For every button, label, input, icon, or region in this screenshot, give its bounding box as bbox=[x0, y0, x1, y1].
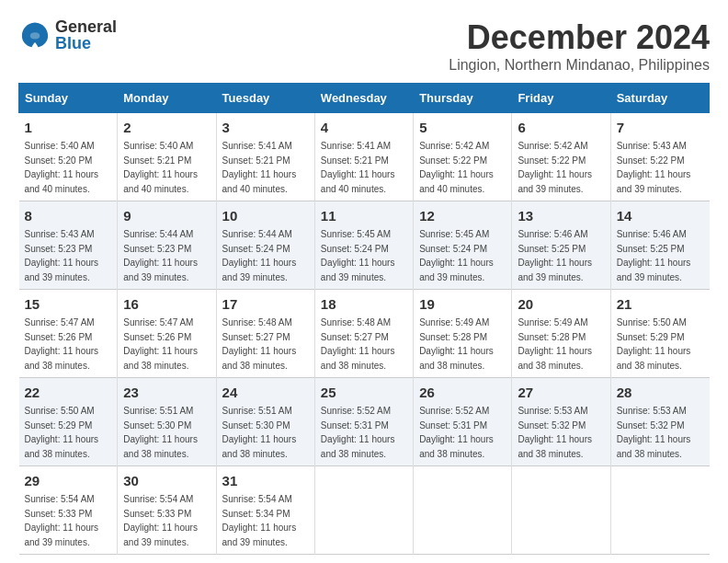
calendar-cell: 6Sunrise: 5:42 AM Sunset: 5:22 PM Daylig… bbox=[512, 113, 610, 201]
calendar-cell: 14Sunrise: 5:46 AM Sunset: 5:25 PM Dayli… bbox=[610, 201, 709, 290]
day-number: 24 bbox=[222, 383, 309, 402]
day-number: 29 bbox=[25, 471, 112, 490]
day-info: Sunrise: 5:41 AM Sunset: 5:21 PM Dayligh… bbox=[222, 141, 297, 194]
day-info: Sunrise: 5:48 AM Sunset: 5:27 PM Dayligh… bbox=[222, 317, 297, 371]
calendar-cell: 5Sunrise: 5:42 AM Sunset: 5:22 PM Daylig… bbox=[414, 113, 512, 201]
day-number: 18 bbox=[321, 294, 407, 314]
calendar-cell: 1Sunrise: 5:40 AM Sunset: 5:20 PM Daylig… bbox=[19, 113, 118, 201]
day-info: Sunrise: 5:53 AM Sunset: 5:32 PM Dayligh… bbox=[518, 406, 592, 459]
header-tuesday: Tuesday bbox=[216, 84, 314, 113]
day-number: 1 bbox=[25, 118, 112, 137]
header-thursday: Thursday bbox=[414, 84, 512, 113]
calendar-cell: 7Sunrise: 5:43 AM Sunset: 5:22 PM Daylig… bbox=[610, 113, 709, 201]
day-number: 27 bbox=[518, 383, 604, 402]
calendar-cell: 15Sunrise: 5:47 AM Sunset: 5:26 PM Dayli… bbox=[19, 290, 118, 378]
day-info: Sunrise: 5:54 AM Sunset: 5:34 PM Dayligh… bbox=[222, 494, 297, 547]
calendar-cell: 4Sunrise: 5:41 AM Sunset: 5:21 PM Daylig… bbox=[314, 113, 413, 201]
day-info: Sunrise: 5:54 AM Sunset: 5:33 PM Dayligh… bbox=[25, 494, 99, 547]
day-info: Sunrise: 5:47 AM Sunset: 5:26 PM Dayligh… bbox=[123, 317, 198, 371]
day-info: Sunrise: 5:49 AM Sunset: 5:28 PM Dayligh… bbox=[518, 317, 592, 371]
calendar-cell: 28Sunrise: 5:53 AM Sunset: 5:32 PM Dayli… bbox=[610, 378, 709, 466]
day-info: Sunrise: 5:43 AM Sunset: 5:23 PM Dayligh… bbox=[25, 229, 99, 282]
calendar-cell: 26Sunrise: 5:52 AM Sunset: 5:31 PM Dayli… bbox=[414, 378, 512, 466]
calendar-cell bbox=[512, 466, 610, 555]
day-info: Sunrise: 5:51 AM Sunset: 5:30 PM Dayligh… bbox=[123, 406, 198, 459]
calendar-cell: 29Sunrise: 5:54 AM Sunset: 5:33 PM Dayli… bbox=[19, 466, 118, 555]
calendar-cell: 19Sunrise: 5:49 AM Sunset: 5:28 PM Dayli… bbox=[414, 290, 512, 378]
day-number: 16 bbox=[123, 294, 210, 314]
day-number: 12 bbox=[419, 206, 506, 225]
day-info: Sunrise: 5:48 AM Sunset: 5:27 PM Dayligh… bbox=[321, 317, 395, 371]
day-info: Sunrise: 5:42 AM Sunset: 5:22 PM Dayligh… bbox=[518, 141, 592, 194]
header-monday: Monday bbox=[118, 84, 216, 113]
month-title: December 2024 bbox=[449, 18, 710, 57]
day-info: Sunrise: 5:40 AM Sunset: 5:21 PM Dayligh… bbox=[123, 141, 198, 194]
day-number: 4 bbox=[321, 118, 407, 137]
calendar-cell: 21Sunrise: 5:50 AM Sunset: 5:29 PM Dayli… bbox=[610, 290, 709, 378]
calendar-cell: 25Sunrise: 5:52 AM Sunset: 5:31 PM Dayli… bbox=[314, 378, 413, 466]
day-number: 15 bbox=[25, 294, 112, 314]
day-info: Sunrise: 5:44 AM Sunset: 5:24 PM Dayligh… bbox=[222, 229, 297, 282]
day-info: Sunrise: 5:42 AM Sunset: 5:22 PM Dayligh… bbox=[419, 141, 494, 194]
logo-text: General Blue bbox=[55, 18, 117, 52]
calendar-cell: 9Sunrise: 5:44 AM Sunset: 5:23 PM Daylig… bbox=[118, 201, 216, 290]
calendar-cell: 27Sunrise: 5:53 AM Sunset: 5:32 PM Dayli… bbox=[512, 378, 610, 466]
day-number: 30 bbox=[123, 471, 210, 490]
day-number: 11 bbox=[321, 206, 407, 225]
day-number: 28 bbox=[617, 383, 704, 402]
calendar-week-row: 15Sunrise: 5:47 AM Sunset: 5:26 PM Dayli… bbox=[19, 290, 710, 378]
day-number: 2 bbox=[123, 118, 210, 137]
day-info: Sunrise: 5:45 AM Sunset: 5:24 PM Dayligh… bbox=[321, 229, 395, 282]
calendar-cell: 31Sunrise: 5:54 AM Sunset: 5:34 PM Dayli… bbox=[216, 466, 314, 555]
day-number: 20 bbox=[518, 294, 604, 314]
day-info: Sunrise: 5:52 AM Sunset: 5:31 PM Dayligh… bbox=[419, 406, 494, 459]
day-number: 10 bbox=[222, 206, 309, 225]
day-info: Sunrise: 5:49 AM Sunset: 5:28 PM Dayligh… bbox=[419, 317, 494, 371]
calendar-cell bbox=[414, 466, 512, 555]
calendar-cell: 23Sunrise: 5:51 AM Sunset: 5:30 PM Dayli… bbox=[118, 378, 216, 466]
header-saturday: Saturday bbox=[610, 84, 709, 113]
day-info: Sunrise: 5:43 AM Sunset: 5:22 PM Dayligh… bbox=[617, 141, 691, 194]
calendar-cell: 22Sunrise: 5:50 AM Sunset: 5:29 PM Dayli… bbox=[19, 378, 118, 466]
logo: General Blue bbox=[18, 18, 117, 52]
calendar-week-row: 8Sunrise: 5:43 AM Sunset: 5:23 PM Daylig… bbox=[19, 201, 710, 290]
header-sunday: Sunday bbox=[19, 84, 118, 113]
day-number: 19 bbox=[419, 294, 506, 314]
day-number: 17 bbox=[222, 294, 309, 314]
day-info: Sunrise: 5:54 AM Sunset: 5:33 PM Dayligh… bbox=[123, 494, 198, 547]
day-info: Sunrise: 5:53 AM Sunset: 5:32 PM Dayligh… bbox=[617, 406, 691, 459]
day-number: 21 bbox=[617, 294, 704, 314]
day-number: 5 bbox=[419, 118, 506, 137]
logo-blue-text: Blue bbox=[55, 35, 117, 52]
day-number: 26 bbox=[419, 383, 506, 402]
calendar-table: SundayMondayTuesdayWednesdayThursdayFrid… bbox=[18, 83, 710, 555]
calendar-header-row: SundayMondayTuesdayWednesdayThursdayFrid… bbox=[19, 84, 710, 113]
day-number: 22 bbox=[25, 383, 112, 402]
calendar-week-row: 1Sunrise: 5:40 AM Sunset: 5:20 PM Daylig… bbox=[19, 113, 710, 201]
title-section: December 2024 Lingion, Northern Mindanao… bbox=[449, 18, 710, 74]
day-number: 9 bbox=[123, 206, 210, 225]
calendar-cell: 24Sunrise: 5:51 AM Sunset: 5:30 PM Dayli… bbox=[216, 378, 314, 466]
logo-general-text: General bbox=[55, 18, 117, 35]
calendar-cell: 13Sunrise: 5:46 AM Sunset: 5:25 PM Dayli… bbox=[512, 201, 610, 290]
calendar-week-row: 29Sunrise: 5:54 AM Sunset: 5:33 PM Dayli… bbox=[19, 466, 710, 555]
day-number: 8 bbox=[25, 206, 112, 225]
header-wednesday: Wednesday bbox=[314, 84, 413, 113]
header: General Blue December 2024 Lingion, Nort… bbox=[18, 18, 710, 74]
day-info: Sunrise: 5:45 AM Sunset: 5:24 PM Dayligh… bbox=[419, 229, 494, 282]
day-info: Sunrise: 5:50 AM Sunset: 5:29 PM Dayligh… bbox=[617, 317, 691, 371]
header-friday: Friday bbox=[512, 84, 610, 113]
day-info: Sunrise: 5:41 AM Sunset: 5:21 PM Dayligh… bbox=[321, 141, 395, 194]
day-number: 23 bbox=[123, 383, 210, 402]
calendar-cell: 30Sunrise: 5:54 AM Sunset: 5:33 PM Dayli… bbox=[118, 466, 216, 555]
day-info: Sunrise: 5:46 AM Sunset: 5:25 PM Dayligh… bbox=[518, 229, 592, 282]
day-number: 3 bbox=[222, 118, 309, 137]
calendar-cell: 8Sunrise: 5:43 AM Sunset: 5:23 PM Daylig… bbox=[19, 201, 118, 290]
calendar-cell: 11Sunrise: 5:45 AM Sunset: 5:24 PM Dayli… bbox=[314, 201, 413, 290]
calendar-week-row: 22Sunrise: 5:50 AM Sunset: 5:29 PM Dayli… bbox=[19, 378, 710, 466]
day-info: Sunrise: 5:47 AM Sunset: 5:26 PM Dayligh… bbox=[25, 317, 99, 371]
day-info: Sunrise: 5:46 AM Sunset: 5:25 PM Dayligh… bbox=[617, 229, 691, 282]
calendar-cell: 2Sunrise: 5:40 AM Sunset: 5:21 PM Daylig… bbox=[118, 113, 216, 201]
calendar-cell: 10Sunrise: 5:44 AM Sunset: 5:24 PM Dayli… bbox=[216, 201, 314, 290]
location-title: Lingion, Northern Mindanao, Philippines bbox=[449, 57, 710, 74]
